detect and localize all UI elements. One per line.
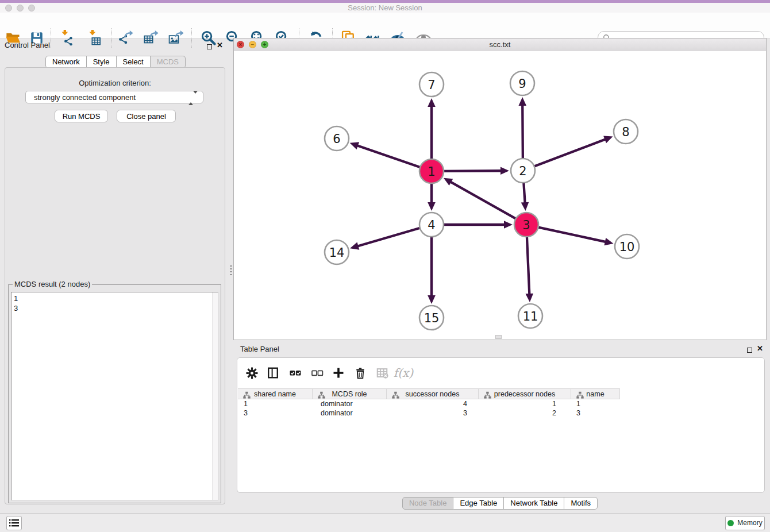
tab-mcds[interactable]: MCDS <box>151 56 186 68</box>
import-network-icon[interactable] <box>59 29 76 47</box>
table-panel-title: Table Panel <box>240 345 279 353</box>
edge-4-14[interactable] <box>350 228 421 249</box>
node-8[interactable]: 8 <box>614 119 638 144</box>
select-all-icon[interactable] <box>288 365 303 380</box>
application-window: Session: New Session <box>0 0 770 532</box>
svg-text:2: 2 <box>519 164 526 178</box>
node-11[interactable]: 11 <box>518 304 542 328</box>
canvas-splitter-grip[interactable] <box>495 335 502 339</box>
node-3[interactable]: 3 <box>514 213 538 237</box>
function-builder-icon: f(x) <box>396 365 411 380</box>
table-cell: 1 <box>571 399 620 408</box>
column-header-name[interactable]: name <box>571 388 620 399</box>
toolbar-separator <box>51 28 51 48</box>
svg-text:14: 14 <box>329 246 345 260</box>
table-cell: 1 <box>479 399 571 408</box>
edge-3-10[interactable] <box>537 227 614 245</box>
edge-4-15[interactable] <box>428 236 436 304</box>
table-row[interactable]: 1dominator411 <box>238 399 620 408</box>
automation-panel-button[interactable] <box>6 516 22 530</box>
mcds-result-lines: 1 3 <box>11 292 218 314</box>
node-2[interactable]: 2 <box>511 159 535 183</box>
network-window-title: scc.txt <box>234 40 766 49</box>
optimization-criterion-label: Optimization criterion: <box>0 79 230 87</box>
tab-network[interactable]: Network <box>45 56 87 68</box>
svg-text:7: 7 <box>428 78 435 92</box>
table-cell: 3 <box>387 408 479 418</box>
control-panel-float-icon[interactable] <box>207 43 212 51</box>
svg-text:3: 3 <box>522 218 530 232</box>
node-table-panel: f(x) shared nameMCDS rolesuccessor nodes… <box>237 357 765 493</box>
edge-1-4[interactable] <box>428 182 436 211</box>
node-9[interactable]: 9 <box>510 71 534 95</box>
node-4[interactable]: 4 <box>419 213 444 237</box>
export-image-icon[interactable] <box>168 29 185 47</box>
tab-node-table[interactable]: Node Table <box>402 497 454 510</box>
tab-edge-table[interactable]: Edge Table <box>453 497 504 510</box>
tab-motifs[interactable]: Motifs <box>564 497 598 510</box>
edge-1-2[interactable] <box>442 167 509 175</box>
tab-network-table[interactable]: Network Table <box>504 497 564 510</box>
edge-4-3[interactable] <box>442 221 513 229</box>
edge-1-7[interactable] <box>428 98 436 160</box>
export-network-icon[interactable] <box>117 29 134 47</box>
table-cell: 2 <box>479 408 571 418</box>
result-scrollbar[interactable] <box>212 292 218 500</box>
splitter-handle[interactable] <box>230 265 232 276</box>
column-header-label: shared name <box>254 390 296 398</box>
deselect-all-icon[interactable] <box>310 365 325 380</box>
memory-status-icon <box>727 520 734 526</box>
toolbar-separator <box>111 28 112 48</box>
node-1[interactable]: 1 <box>419 159 444 183</box>
table-cell: 3 <box>238 408 313 418</box>
edge-2-3[interactable] <box>521 182 529 211</box>
export-table-icon[interactable] <box>143 29 160 47</box>
network-window-titlebar[interactable]: × − + scc.txt <box>234 38 766 52</box>
node-14[interactable]: 14 <box>325 240 349 264</box>
network-canvas[interactable]: 7968124314101511 <box>234 51 766 340</box>
criterion-select[interactable]: strongly connected component <box>25 91 203 103</box>
svg-text:6: 6 <box>333 132 340 146</box>
node-10[interactable]: 10 <box>615 234 639 259</box>
main-toolbar <box>0 13 770 38</box>
table-row[interactable]: 3dominator323 <box>238 408 620 418</box>
delete-columns-icon[interactable] <box>353 365 368 380</box>
memory-button-label: Memory <box>737 519 762 527</box>
tab-select[interactable]: Select <box>117 56 151 68</box>
svg-text:4: 4 <box>428 218 435 232</box>
table-panel-close-icon[interactable]: ✕ <box>757 345 763 352</box>
control-panel-tabs: NetworkStyleSelectMCDS <box>45 56 186 68</box>
edge-2-8[interactable] <box>533 136 613 167</box>
show-columns-icon[interactable] <box>265 365 280 380</box>
tab-style[interactable]: Style <box>87 56 117 68</box>
create-column-icon[interactable] <box>331 365 346 380</box>
svg-text:8: 8 <box>622 125 629 139</box>
svg-text:11: 11 <box>523 310 538 323</box>
node-6[interactable]: 6 <box>325 126 349 151</box>
column-header-successor-nodes[interactable]: successor nodes <box>387 388 479 399</box>
column-header-shared-name[interactable]: shared name <box>238 388 313 399</box>
table-panel-float-icon[interactable] <box>747 346 752 354</box>
mcds-result-textarea[interactable]: 1 3 <box>11 292 218 500</box>
table-mode-gear-icon[interactable] <box>244 365 259 380</box>
criterion-select-value: strongly connected component <box>34 93 136 102</box>
table-cell: 1 <box>238 399 313 408</box>
edge-3-11[interactable] <box>525 236 533 302</box>
memory-button[interactable]: Memory <box>725 516 765 530</box>
edge-2-9[interactable] <box>518 97 526 160</box>
control-panel-close-icon[interactable]: ✕ <box>217 42 223 49</box>
edge-3-1[interactable] <box>444 178 517 219</box>
run-mcds-button[interactable]: Run MCDS <box>55 110 108 122</box>
node-7[interactable]: 7 <box>419 72 444 97</box>
column-header-MCDS-role[interactable]: MCDS role <box>313 388 387 399</box>
table-cell: 4 <box>387 399 479 408</box>
delete-table-icon <box>375 365 390 380</box>
table-cell: dominator <box>313 408 387 418</box>
import-table-icon[interactable] <box>86 29 103 47</box>
edge-1-6[interactable] <box>350 142 421 167</box>
svg-text:10: 10 <box>619 240 635 254</box>
close-panel-button[interactable]: Close panel <box>117 110 176 122</box>
node-15[interactable]: 15 <box>419 306 444 330</box>
column-header-predecessor-nodes[interactable]: predecessor nodes <box>479 388 571 399</box>
toolbar-separator <box>191 28 192 48</box>
